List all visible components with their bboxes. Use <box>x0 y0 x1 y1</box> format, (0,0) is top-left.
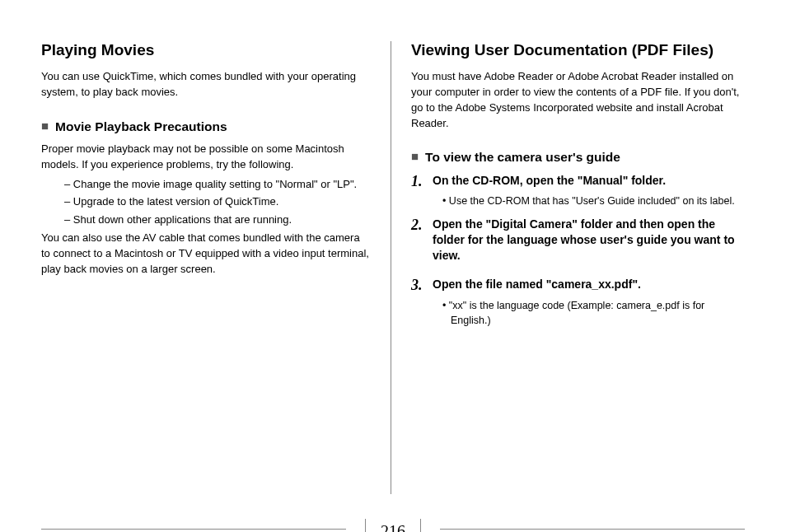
content-columns: Playing Movies You can use QuickTime, wh… <box>41 41 745 461</box>
subheading-title: To view the camera user's guide <box>425 149 620 166</box>
step-3: 3. Open the file named "camera_xx.pdf". <box>411 277 741 295</box>
step-2: 2. Open the "Digital Camera" folder and … <box>411 217 741 264</box>
bullet-list-step3: "xx" is the language code (Example: came… <box>442 298 741 328</box>
heading-playing-movies: Playing Movies <box>41 41 371 59</box>
intro-right: You must have Adobe Reader or Adobe Acro… <box>411 69 741 131</box>
body-precautions-intro: Proper movie playback may not be possibl… <box>41 142 371 173</box>
left-column: Playing Movies You can use QuickTime, wh… <box>41 41 387 461</box>
step-number: 1. <box>411 173 426 191</box>
list-item: "xx" is the language code (Example: came… <box>442 298 741 328</box>
square-marker-icon: ■ <box>41 119 49 133</box>
bullet-list-step1: Use the CD-ROM that has "User's Guide in… <box>442 194 741 208</box>
list-item: Upgrade to the latest version of QuickTi… <box>64 194 371 210</box>
footer-rule-right <box>440 529 745 530</box>
list-item: Change the movie image quality setting t… <box>64 176 371 193</box>
step-1: 1. On the CD-ROM, open the "Manual" fold… <box>411 173 741 191</box>
body-av-cable: You can also use the AV cable that comes… <box>41 231 371 278</box>
intro-left: You can use QuickTime, which comes bundl… <box>41 69 371 100</box>
subheading-view-guide: ■ To view the camera user's guide <box>411 149 741 166</box>
step-text: Open the "Digital Camera" folder and the… <box>433 217 741 264</box>
heading-viewing-docs: Viewing User Documentation (PDF Files) <box>411 41 741 59</box>
dash-list-precautions: Change the movie image quality setting t… <box>64 176 371 228</box>
page-number: 216 <box>365 519 421 532</box>
step-number: 2. <box>411 217 426 235</box>
subheading-precautions: ■ Movie Playback Precautions <box>41 119 371 135</box>
list-item: Shut down other applications that are ru… <box>64 212 371 228</box>
subheading-title: Movie Playback Precautions <box>55 119 227 135</box>
step-number: 3. <box>411 277 426 295</box>
step-text: On the CD-ROM, open the "Manual" folder. <box>433 173 666 189</box>
right-column: Viewing User Documentation (PDF Files) Y… <box>395 41 745 461</box>
column-divider <box>391 41 391 494</box>
step-text: Open the file named "camera_xx.pdf". <box>433 277 641 292</box>
list-item: Use the CD-ROM that has "User's Guide in… <box>442 194 741 208</box>
square-marker-icon: ■ <box>411 149 419 164</box>
footer-rule-left <box>41 529 346 530</box>
